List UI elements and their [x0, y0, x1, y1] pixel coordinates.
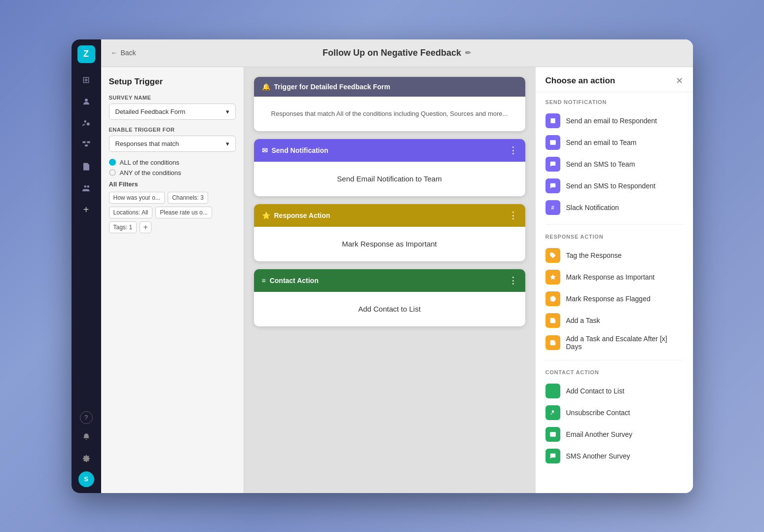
radio-all[interactable]: ALL of the conditions — [109, 159, 236, 166]
right-panel-title: Choose an action — [546, 76, 616, 86]
action-slack[interactable]: # Slack Notification — [546, 197, 683, 218]
edit-icon[interactable]: ✏ — [465, 49, 471, 57]
slack-icon: # — [546, 200, 560, 215]
add-task-escalate-icon — [546, 335, 560, 350]
workflow-icon[interactable] — [77, 136, 95, 154]
action-email-another-survey[interactable]: Email Another Survey — [546, 424, 683, 445]
help-icon[interactable]: ? — [80, 411, 93, 424]
contact-action-title: CONTACT ACTION — [546, 369, 683, 375]
document-icon[interactable] — [77, 158, 95, 176]
send-notification-title: SEND NOTIFICATION — [546, 99, 683, 105]
sms-another-survey-label: SMS Another Survey — [566, 452, 630, 460]
right-panel-header: Choose an action ✕ — [536, 67, 693, 92]
condition-radio-group: ALL of the conditions ANY of the conditi… — [109, 159, 236, 177]
left-panel: Setup Trigger SURVEY NAME Detailed Feedb… — [101, 67, 244, 493]
svg-rect-3 — [82, 141, 85, 143]
sms-team-label: Send an SMS to Team — [566, 160, 635, 168]
divider-1 — [546, 224, 683, 225]
back-label: Back — [121, 49, 136, 57]
contact-icon[interactable] — [77, 93, 95, 110]
email-respondent-icon — [546, 113, 560, 128]
enable-trigger-label: ENABLE TRIGGER FOR — [109, 127, 236, 133]
filter-tag-2[interactable]: Channels: 3 — [168, 192, 208, 204]
divider-2 — [546, 360, 683, 360]
action-email-team[interactable]: Send an email to Team — [546, 132, 683, 153]
add-contact-list-label: Add Contact to List — [566, 387, 624, 395]
svg-rect-4 — [87, 141, 90, 143]
right-panel: Choose an action ✕ SEND NOTIFICATION Sen… — [535, 67, 693, 493]
notification-body-text: Send Email Notification to Team — [337, 175, 441, 183]
slack-label: Slack Notification — [566, 204, 619, 212]
radio-any[interactable]: ANY of the conditions — [109, 169, 236, 177]
contact-body-text: Add Contact to List — [358, 305, 421, 313]
back-button[interactable]: ← Back — [111, 49, 136, 57]
response-menu-icon[interactable]: ⋮ — [509, 210, 517, 221]
action-unsubscribe-contact[interactable]: Unsubscribe Contact — [546, 402, 683, 424]
action-add-contact-list[interactable]: Add Contact to List — [546, 380, 683, 402]
response-block-header: ⭐ Response Action ⋮ — [254, 204, 525, 227]
trigger-icon: 🔔 — [262, 83, 270, 91]
email-respondent-label: Send an email to Respondent — [566, 117, 657, 125]
title-text: Follow Up on Negative Feedback — [323, 48, 461, 58]
add-filter-button[interactable]: + — [140, 221, 151, 233]
gear-icon[interactable] — [77, 450, 95, 467]
response-action-title: RESPONSE ACTION — [546, 234, 683, 240]
filter-tags-container: How was your o... Channels: 3 Locations:… — [109, 192, 236, 233]
contact-block-body[interactable]: Add Contact to List — [254, 292, 525, 326]
action-email-respondent[interactable]: Send an email to Respondent — [546, 110, 683, 132]
action-add-task[interactable]: Add a Task — [546, 310, 683, 331]
filter-tag-1[interactable]: How was your o... — [109, 192, 165, 204]
filter-tag-5[interactable]: Tags: 1 — [109, 221, 137, 233]
action-sms-respondent[interactable]: Send an SMS to Respondent — [546, 175, 683, 197]
contact-menu-icon[interactable]: ⋮ — [509, 275, 517, 286]
filter-tag-4[interactable]: Please rate us o... — [155, 207, 212, 218]
arrow-left-icon: ← — [111, 49, 118, 57]
response-block: ⭐ Response Action ⋮ Mark Response as Imp… — [254, 204, 525, 261]
trigger-block-body: Responses that match All of the conditio… — [254, 97, 525, 131]
filter-tag-3[interactable]: Locations: All — [109, 207, 153, 218]
app-window: Z ⊞ + ? S — [72, 39, 693, 493]
mark-important-label: Mark Response as Important — [566, 273, 655, 281]
trigger-block-header: 🔔 Trigger for Detailed Feedback Form — [254, 77, 525, 97]
action-tag-response[interactable]: Tag the Response — [546, 245, 683, 266]
tag-response-label: Tag the Response — [566, 251, 622, 259]
add-task-label: Add a Task — [566, 317, 600, 324]
sidebar: Z ⊞ + ? S — [72, 39, 101, 493]
page-title: Follow Up on Negative Feedback ✏ — [323, 48, 471, 58]
contact-header-label: Contact Action — [270, 277, 319, 284]
user-icon[interactable] — [77, 114, 95, 132]
add-icon[interactable]: + — [77, 201, 95, 219]
contact-block-header: ≡ Contact Action ⋮ — [254, 269, 525, 292]
chevron-down-icon: ▾ — [226, 108, 229, 115]
svg-rect-5 — [85, 144, 88, 146]
notification-block-body[interactable]: Send Email Notification to Team — [254, 162, 525, 196]
trigger-body-text: Responses that match All of the conditio… — [271, 109, 508, 119]
email-team-label: Send an email to Team — [566, 139, 637, 146]
user-avatar[interactable]: S — [78, 471, 94, 487]
action-sms-team[interactable]: Send an SMS to Team — [546, 153, 683, 175]
close-button[interactable]: ✕ — [676, 76, 683, 85]
grid-icon[interactable]: ⊞ — [77, 71, 95, 89]
response-body-text: Mark Response as Important — [342, 240, 437, 248]
content-area: Setup Trigger SURVEY NAME Detailed Feedb… — [101, 67, 693, 493]
add-task-escalate-label: Add a Task and Escalate After [x] Days — [566, 335, 683, 351]
bell-icon[interactable] — [77, 428, 95, 446]
notification-menu-icon[interactable]: ⋮ — [509, 145, 517, 156]
response-block-body[interactable]: Mark Response as Important — [254, 227, 525, 261]
trigger-header-label: Trigger for Detailed Feedback Form — [274, 83, 391, 91]
sms-respondent-icon — [546, 178, 560, 193]
email-another-survey-label: Email Another Survey — [566, 430, 633, 438]
action-add-task-escalate[interactable]: Add a Task and Escalate After [x] Days — [546, 331, 683, 354]
team-icon[interactable] — [77, 179, 95, 197]
action-mark-flagged[interactable]: Mark Response as Flagged — [546, 288, 683, 310]
sms-respondent-label: Send an SMS to Respondent — [566, 182, 655, 190]
response-icon: ⭐ — [262, 212, 270, 219]
svg-line-23 — [554, 414, 556, 416]
chevron-down-icon-2: ▾ — [226, 140, 229, 147]
enable-trigger-dropdown[interactable]: Responses that match ▾ — [109, 136, 236, 152]
action-mark-important[interactable]: Mark Response as Important — [546, 266, 683, 288]
enable-trigger-value: Responses that match — [115, 140, 179, 147]
radio-any-label: ANY of the conditions — [120, 169, 182, 177]
action-sms-another-survey[interactable]: SMS Another Survey — [546, 445, 683, 467]
survey-name-dropdown[interactable]: Detailed Feedback Form ▾ — [109, 104, 236, 120]
